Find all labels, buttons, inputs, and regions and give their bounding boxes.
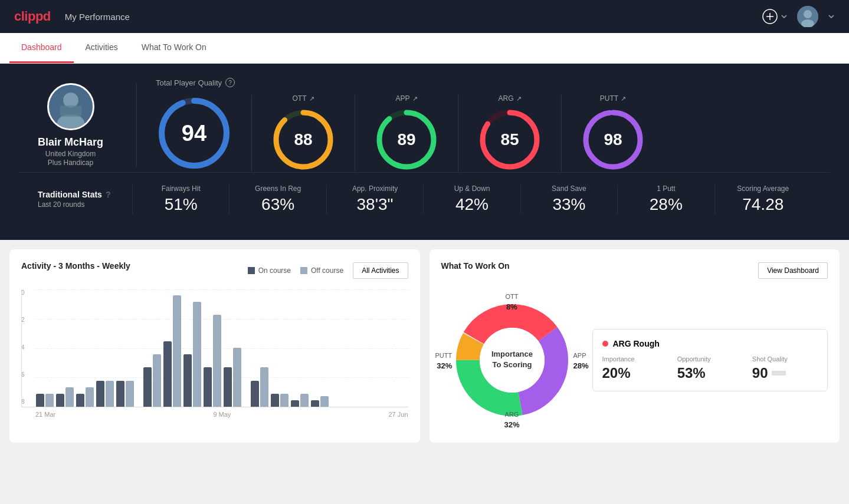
bar-oncourse [183,354,192,407]
logo: clippd [14,9,51,24]
bar-group [271,394,289,407]
donut-chart: Importance To Scoring OTT 8% APP 28% ARG… [441,289,583,431]
wtwo-panel: What To Work On View Dashboard [430,249,840,443]
putt-arrow: ↗ [621,95,626,103]
offcourse-icon [300,267,307,274]
arg-label: ARG [498,94,513,103]
stat-fairways: Fairways Hit 51% [132,185,229,214]
tab-activities[interactable]: Activities [74,33,130,63]
detail-shotquality: Shot Quality 90 [752,355,818,381]
bar-oncourse [224,367,232,407]
svg-rect-21 [300,267,307,274]
bar-offcourse [260,367,268,407]
seg-putt: PUTT 32% [435,350,453,371]
ott-value: 88 [294,130,312,149]
bar-offcourse [233,348,241,407]
main-metric-card: 94 [156,95,252,172]
player-country: United Kingdom [45,150,96,158]
header-right [762,6,835,27]
bar-oncourse [36,394,44,407]
player-info: Blair McHarg United Kingdom Plus Handica… [19,83,137,167]
header-left: clippd My Performance [14,9,130,24]
bar-offcourse [300,394,309,407]
bar-group [224,348,241,407]
svg-rect-9 [60,106,81,117]
logo-text: clippd [14,9,51,24]
chevron-down-icon [781,13,788,20]
app-label: APP [395,94,409,103]
bottom-section: Activity - 3 Months - Weekly On course O… [0,240,849,452]
legend-offcourse: Off course [300,266,343,275]
stat-sandsave: Sand Save 33% [520,185,617,214]
detail-grid: Importance 20% Opportunity 53% Shot Qual… [602,355,818,381]
bar-offcourse [153,354,161,407]
metric-arg: ARG ↗ 85 [458,94,562,172]
view-dashboard-button[interactable]: View Dashboard [758,262,828,279]
svg-point-4 [804,10,812,18]
player-name: Blair McHarg [38,136,103,149]
metric-app: APP ↗ 89 [355,94,458,172]
trad-help-icon[interactable]: ? [106,190,111,199]
metric-ott: OTT ↗ 88 [252,94,355,172]
bar-group [96,381,114,407]
seg-ott: OTT 8% [506,291,519,312]
svg-rect-20 [248,267,255,274]
trad-stats-label: Traditional Stats ? Last 20 rounds [38,190,132,209]
bar-oncourse [251,381,259,407]
header: clippd My Performance [0,0,849,33]
bar-group [291,394,309,407]
bar-group [143,354,161,407]
bar-oncourse [116,381,124,407]
bar-oncourse [143,367,152,407]
bar-offcourse [86,387,94,407]
arg-value: 85 [500,130,519,149]
all-activities-button[interactable]: All Activities [353,262,408,279]
bar-oncourse [96,381,104,407]
bar-oncourse [291,400,299,407]
wtwo-content: Importance To Scoring OTT 8% APP 28% ARG… [441,289,828,431]
bar-group [76,387,94,407]
bar-group [183,302,201,407]
bar-offcourse [173,295,181,407]
x-label-may: 9 May [213,411,231,418]
hero-section: Blair McHarg United Kingdom Plus Handica… [0,64,849,240]
tab-bar: Dashboard Activities What To Work On [0,33,849,64]
stat-proximity: App. Proximity 38'3" [326,185,423,214]
detail-category: ARG Rough [613,339,660,348]
stat-updown: Up & Down 42% [423,185,520,214]
seg-app: APP 28% [573,350,588,371]
quality-title: Total Player Quality ? [156,78,811,87]
putt-label: PUTT [600,94,618,103]
putt-value: 98 [604,130,622,149]
tab-dashboard[interactable]: Dashboard [9,33,74,63]
bar-group [56,387,74,407]
header-title: My Performance [65,12,130,22]
hero-top: Blair McHarg United Kingdom Plus Handica… [19,78,830,172]
activity-panel: Activity - 3 Months - Weekly On course O… [9,249,420,443]
add-button[interactable] [762,8,788,25]
detail-opportunity: Opportunity 53% [677,355,743,381]
wtwo-header: What To Work On View Dashboard [441,261,828,280]
app-arrow: ↗ [412,95,418,103]
bar-offcourse [65,387,74,407]
bar-oncourse [204,367,212,407]
arg-arrow: ↗ [516,95,522,103]
metric-putt: PUTT ↗ 98 [562,94,664,172]
x-label-jun: 27 Jun [388,411,408,418]
seg-arg: ARG 32% [504,409,519,430]
player-handicap: Plus Handicap [48,159,93,167]
metrics-row: 94 OTT ↗ 88 [156,94,811,172]
avatar[interactable] [797,6,818,27]
tab-what-to-work-on[interactable]: What To Work On [130,33,218,63]
detail-importance: Importance 20% [602,355,668,381]
bar-offcourse [126,381,134,407]
help-icon[interactable]: ? [225,78,235,87]
wtwo-title: What To Work On [441,261,510,271]
bar-offcourse [193,302,201,407]
quality-section: Total Player Quality ? 94 [137,78,830,172]
bar-offcourse [320,396,329,407]
bar-oncourse [76,394,84,407]
bar-group [36,394,54,407]
trad-label: Traditional Stats [38,190,102,199]
x-axis-labels: 21 Mar 9 May 27 Jun [21,411,408,418]
